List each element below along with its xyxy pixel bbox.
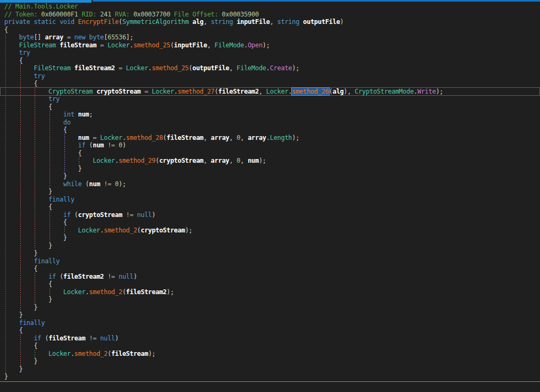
code-token[interactable]: private: [4, 18, 30, 26]
code-token[interactable]: File Offset:: [170, 11, 222, 18]
code-line[interactable]: }: [4, 249, 540, 257]
code-token[interactable]: alg: [192, 18, 203, 26]
code-token[interactable]: void: [60, 18, 75, 26]
code-line[interactable]: {: [4, 203, 540, 211]
code-token[interactable]: smethod_29: [119, 157, 156, 164]
code-token[interactable]: SymmetricAlgorithm: [122, 18, 189, 26]
code-token[interactable]: }: [4, 172, 67, 180]
code-token[interactable]: ,: [229, 134, 236, 141]
code-line[interactable]: if (fileStream != null): [4, 335, 540, 343]
code-token[interactable]: if: [63, 211, 71, 219]
code-token[interactable]: ),: [343, 88, 355, 95]
code-token[interactable]: array: [45, 34, 63, 41]
code-token[interactable]: [4, 49, 19, 56]
code-line[interactable]: try: [4, 49, 540, 57]
code-token[interactable]: );: [185, 227, 192, 234]
code-token[interactable]: .: [122, 134, 126, 141]
code-line[interactable]: {: [4, 26, 540, 34]
code-line[interactable]: {: [4, 219, 540, 227]
code-token[interactable]: num: [89, 180, 100, 188]
code-token[interactable]: );: [167, 288, 174, 296]
code-token[interactable]: );: [436, 88, 443, 95]
code-token[interactable]: [56, 41, 60, 49]
code-token[interactable]: outputFile: [192, 64, 229, 72]
code-token[interactable]: );: [263, 41, 270, 49]
code-token[interactable]: [4, 288, 63, 296]
code-token[interactable]: num: [78, 111, 89, 118]
code-line[interactable]: Locker.smethod_29(cryptoStream, array, 0…: [4, 157, 540, 165]
code-token[interactable]: }: [4, 188, 52, 195]
code-line[interactable]: }: [4, 365, 540, 373]
code-token[interactable]: cryptoStream: [159, 157, 203, 164]
code-token[interactable]: fileStream2: [218, 88, 259, 95]
code-line[interactable]: }: [4, 242, 540, 250]
code-token[interactable]: [4, 350, 48, 357]
code-token[interactable]: ,: [203, 157, 211, 164]
code-line[interactable]: FileStream fileStream = Locker.smethod_2…: [4, 41, 540, 49]
code-token[interactable]: !=: [104, 141, 119, 149]
code-token[interactable]: Locker: [48, 350, 71, 357]
code-line[interactable]: byte[] array = new byte[65536];: [4, 34, 540, 41]
code-token[interactable]: }: [4, 296, 52, 303]
code-token[interactable]: [4, 72, 34, 80]
code-token[interactable]: Locker: [63, 288, 86, 296]
code-token[interactable]: RVA:: [111, 11, 134, 18]
code-token[interactable]: }: [4, 249, 37, 257]
code-token[interactable]: 241: [100, 11, 111, 18]
code-token[interactable]: smethod_25: [133, 41, 170, 49]
code-token[interactable]: new: [75, 34, 86, 41]
code-token[interactable]: FileStream: [34, 64, 70, 72]
code-token[interactable]: {: [4, 280, 52, 288]
code-token[interactable]: );: [292, 134, 299, 141]
code-token[interactable]: {: [4, 265, 37, 272]
code-token[interactable]: null: [100, 335, 115, 342]
code-token[interactable]: (: [108, 350, 111, 357]
code-token[interactable]: }: [4, 365, 23, 373]
code-token[interactable]: [4, 211, 63, 219]
code-token[interactable]: CryptoStream: [48, 88, 93, 95]
code-token[interactable]: }: [4, 234, 67, 241]
code-token[interactable]: [75, 18, 78, 26]
code-line[interactable]: do: [4, 119, 540, 127]
code-token[interactable]: if: [78, 141, 86, 149]
code-line[interactable]: }: [4, 311, 540, 319]
code-line[interactable]: {: [4, 149, 540, 157]
code-token[interactable]: array: [211, 134, 230, 141]
code-token[interactable]: EncryptFile: [78, 18, 119, 26]
code-line[interactable]: CryptoStream cryptoStream = Locker.smeth…: [4, 88, 540, 96]
code-token[interactable]: Locker: [78, 227, 101, 234]
code-line[interactable]: try: [4, 95, 540, 103]
code-token[interactable]: []: [34, 34, 45, 41]
code-token[interactable]: array: [211, 157, 230, 164]
code-token[interactable]: smethod_28: [126, 134, 163, 141]
code-token[interactable]: (: [163, 134, 167, 141]
code-token[interactable]: static: [34, 18, 56, 26]
code-token[interactable]: [4, 257, 34, 265]
code-token[interactable]: .: [266, 134, 270, 141]
code-line[interactable]: }: [4, 172, 540, 180]
code-token[interactable]: .: [115, 157, 119, 164]
code-token[interactable]: fileStream2: [75, 64, 115, 72]
code-token[interactable]: .: [266, 64, 270, 72]
active-tab-indicator[interactable]: [0, 0, 92, 3]
code-token[interactable]: {: [4, 219, 67, 226]
code-token[interactable]: Write: [418, 88, 436, 95]
code-token[interactable]: ,: [270, 18, 277, 26]
code-token[interactable]: ,: [240, 157, 248, 164]
code-token[interactable]: =: [96, 41, 108, 49]
code-token[interactable]: {: [4, 126, 67, 134]
code-token[interactable]: {: [4, 342, 37, 349]
code-token[interactable]: [4, 196, 48, 203]
code-token[interactable]: ,: [259, 88, 266, 95]
code-token[interactable]: [4, 134, 78, 141]
code-token[interactable]: !=: [85, 335, 100, 342]
code-token[interactable]: {: [4, 80, 37, 87]
code-token[interactable]: );: [148, 350, 156, 357]
code-token[interactable]: smethod_2: [89, 288, 122, 296]
code-line[interactable]: if (num != 0): [4, 141, 540, 149]
code-token[interactable]: [4, 273, 48, 280]
code-token[interactable]: =: [89, 134, 100, 141]
code-line[interactable]: {: [4, 265, 540, 273]
code-line[interactable]: FileStream fileStream2 = Locker.smethod_…: [4, 64, 540, 72]
code-editor[interactable]: // Main.Tools.Locker// Token: 0x060000F1…: [0, 0, 540, 392]
